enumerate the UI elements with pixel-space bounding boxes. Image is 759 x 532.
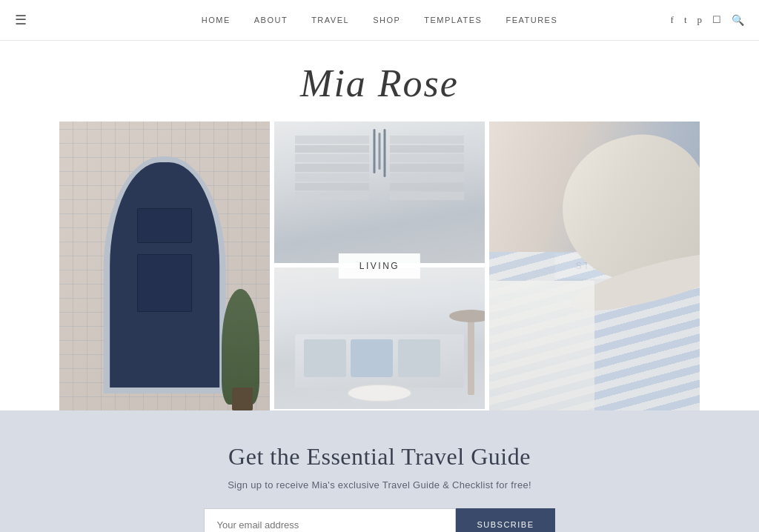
living-bottom-bg — [274, 267, 485, 409]
twitter-icon[interactable]: t — [684, 14, 687, 26]
living-label: LIVING — [339, 253, 420, 279]
white-fabric — [489, 281, 594, 411]
floor-lamp — [468, 310, 474, 395]
grid-item-living[interactable]: LIVING — [274, 122, 485, 410]
subscribe-button[interactable]: SUBSCRIBE — [456, 508, 554, 532]
pinterest-icon[interactable]: p — [697, 14, 703, 26]
grid-item-travel[interactable]: TRAVEL — [59, 122, 270, 410]
sofa — [295, 334, 463, 388]
travel-image-container — [59, 122, 270, 410]
nav-home[interactable]: HOME — [202, 16, 231, 24]
style-image — [489, 122, 700, 410]
nav-templates[interactable]: TEMPLATES — [424, 16, 482, 24]
cta-section: Get the Essential Travel Guide Sign up t… — [0, 410, 759, 532]
category-grid: TRAVEL — [0, 122, 759, 410]
search-icon[interactable]: 🔍 — [732, 14, 744, 27]
decor-dots — [374, 129, 386, 177]
travel-image — [59, 122, 270, 410]
nav-about[interactable]: ABOUT — [254, 16, 288, 24]
shutters-left — [295, 136, 368, 249]
signup-form: SUBSCRIBE — [59, 508, 700, 532]
cta-title: Get the Essential Travel Guide — [59, 443, 700, 471]
email-input[interactable] — [204, 508, 456, 532]
style-image-container — [489, 122, 700, 410]
header-left: ☰ — [15, 12, 27, 28]
header-social: f t p ☐ 🔍 — [671, 14, 744, 27]
site-header: ☰ HOME ABOUT TRAVEL SHOP TEMPLATES FEATU… — [0, 0, 759, 41]
living-top-image — [274, 122, 485, 263]
logo-area: Mia Rose — [0, 41, 759, 122]
grid-item-style[interactable]: STYLE — [489, 122, 700, 410]
living-bottom-image — [274, 267, 485, 409]
facebook-icon[interactable]: f — [671, 14, 674, 26]
site-logo[interactable]: Mia Rose — [0, 61, 759, 105]
cta-subtitle: Sign up to receive Mia's exclusive Trave… — [59, 479, 700, 491]
nav-features[interactable]: FEATURES — [506, 16, 557, 24]
main-nav: HOME ABOUT TRAVEL SHOP TEMPLATES FEATURE… — [202, 16, 558, 24]
nav-shop[interactable]: SHOP — [373, 16, 400, 24]
nav-travel[interactable]: TRAVEL — [311, 16, 349, 24]
hamburger-icon[interactable]: ☰ — [15, 12, 27, 28]
coffee-table — [348, 385, 411, 402]
instagram-icon[interactable]: ☐ — [712, 14, 721, 26]
shutters-right — [390, 136, 463, 249]
living-top-bg — [274, 122, 485, 263]
